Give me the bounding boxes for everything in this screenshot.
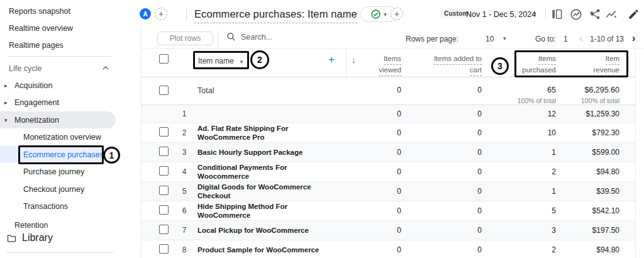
items-viewed-cell: 0 bbox=[346, 245, 401, 254]
column-header-items-viewed[interactable]: Items viewed bbox=[379, 53, 401, 76]
sidebar-item-checkout-journey[interactable]: Checkout journey bbox=[0, 181, 132, 198]
edit-pencil-icon[interactable] bbox=[628, 8, 640, 20]
row-index: 6 bbox=[176, 206, 192, 215]
column-header-items-added-to-cart[interactable]: Items added to cart bbox=[434, 53, 482, 76]
next-page-icon[interactable]: › bbox=[632, 33, 635, 44]
items-viewed-cell: 0 bbox=[346, 167, 401, 176]
items-viewed-cell: 0 bbox=[346, 187, 401, 196]
dimension-header-dropdown[interactable]: Item name▾ bbox=[198, 57, 243, 65]
sidebar-item-ecommerce-purchases[interactable]: Ecommerce purchases bbox=[0, 146, 132, 163]
caret-down-icon[interactable]: ▾ bbox=[503, 35, 506, 42]
caret-down-icon[interactable]: ▾ bbox=[533, 11, 536, 17]
rows-per-page-value[interactable]: 10 bbox=[486, 35, 494, 43]
sidebar-item-purchase-journey[interactable]: Purchase journey bbox=[0, 163, 132, 180]
table-row[interactable]: 5 Digital Goods for WooCommerce Checkout… bbox=[142, 182, 635, 201]
item-revenue-cell: $39.50 bbox=[556, 187, 619, 196]
sidebar-item-transactions[interactable]: Transactions bbox=[0, 198, 132, 215]
row-index: 2 bbox=[176, 128, 192, 137]
total-label: Total bbox=[192, 77, 346, 95]
toolbar-divider bbox=[218, 30, 218, 48]
item-revenue-cell: $599.00 bbox=[556, 148, 619, 157]
sidebar-item-library[interactable]: Library bbox=[0, 229, 132, 247]
row-index: 3 bbox=[176, 148, 192, 157]
table-row[interactable]: 1 0 0 12 $1,259.30 bbox=[142, 105, 635, 123]
table-right-edge bbox=[635, 49, 636, 258]
sidebar-item-monetization[interactable]: ▾ Monetization bbox=[0, 111, 132, 128]
row-checkbox[interactable] bbox=[159, 127, 169, 137]
insights-circle-icon[interactable] bbox=[570, 8, 582, 21]
item-name-cell: Product Sample for WooCommerce bbox=[192, 245, 346, 254]
item-name-cell: Digital Goods for WooCommerce Checkout bbox=[192, 182, 346, 200]
insights-sparkline-icon[interactable] bbox=[605, 8, 618, 21]
report-nav-sidebar: Reports snapshot Realtime overview Realt… bbox=[0, 0, 141, 258]
expand-right-icon: ▸ bbox=[4, 82, 8, 89]
row-checkbox[interactable] bbox=[159, 225, 169, 234]
sidebar-section-life-cycle[interactable]: Life cycle bbox=[0, 60, 132, 77]
row-index: 7 bbox=[176, 226, 192, 235]
sidebar-item-realtime-pages[interactable]: Realtime pages bbox=[0, 36, 132, 53]
sidebar-item-acquisition[interactable]: ▸ Acquisition bbox=[0, 77, 132, 94]
item-revenue-cell: $94.80 bbox=[556, 245, 619, 254]
table-row[interactable]: 6 Hide Shipping Method For WooCommerce 0… bbox=[142, 201, 635, 221]
column-header-item-revenue[interactable]: Item revenue bbox=[593, 53, 619, 76]
add-comparison-icon[interactable] bbox=[551, 8, 563, 20]
item-name-cell: Local Pickup for WooCommerce bbox=[192, 226, 346, 235]
table-toolbar bbox=[142, 28, 644, 49]
items-added-to-cart-cell: 0 bbox=[401, 187, 482, 196]
goto-page-value[interactable]: 1 bbox=[564, 35, 568, 43]
total-items-purchased: 65 100% of total bbox=[482, 77, 556, 104]
items-added-to-cart-cell: 0 bbox=[401, 148, 482, 157]
item-revenue-cell: $1,259.30 bbox=[556, 109, 619, 118]
column-header-items-purchased[interactable]: Items purchased bbox=[522, 53, 556, 76]
table-body: 1 0 0 12 $1,259.30 2 Ad. Flat Rate Shipp… bbox=[142, 105, 635, 258]
select-all-checkbox[interactable] bbox=[159, 54, 169, 64]
items-added-to-cart-cell: 0 bbox=[401, 245, 482, 254]
item-name-cell: Ad. Flat Rate Shipping For WooCommerce P… bbox=[192, 124, 346, 142]
table-row[interactable]: 7 Local Pickup for WooCommerce 0 0 3 $19… bbox=[142, 221, 635, 240]
items-added-to-cart-cell: 0 bbox=[401, 167, 482, 176]
items-viewed-cell: 0 bbox=[346, 109, 401, 118]
plus-icon: + bbox=[394, 9, 399, 19]
report-title[interactable]: Ecommerce purchases: Item name bbox=[194, 8, 357, 23]
items-purchased-cell: 5 bbox=[482, 206, 556, 215]
items-purchased-cell: 12 bbox=[482, 109, 556, 118]
pagination-info: 1-10 of 13 bbox=[590, 35, 624, 43]
header-divider bbox=[186, 8, 187, 21]
row-checkbox[interactable] bbox=[159, 147, 169, 156]
items-viewed-cell: 0 bbox=[346, 206, 401, 215]
add-metric-icon[interactable]: + bbox=[328, 53, 335, 66]
sidebar-item-realtime-overview[interactable]: Realtime overview bbox=[0, 20, 132, 36]
previous-page-icon[interactable]: ‹ bbox=[579, 33, 582, 44]
row-checkbox[interactable] bbox=[159, 244, 169, 254]
share-icon[interactable] bbox=[589, 8, 601, 20]
total-items-added-to-cart: 0 bbox=[401, 77, 482, 94]
sidebar-item-engagement[interactable]: ▸ Engagement bbox=[0, 94, 132, 111]
date-range-value[interactable]: Nov 1 - Dec 5, 2024 bbox=[466, 10, 536, 19]
total-item-revenue: $6,295.60 100% of total bbox=[556, 77, 619, 104]
check-circle-icon bbox=[371, 9, 380, 19]
sidebar-item-monetization-overview[interactable]: Monetization overview bbox=[0, 128, 132, 145]
items-viewed-cell: 0 bbox=[346, 148, 401, 157]
items-purchased-cell: 3 bbox=[482, 226, 556, 235]
header-divider bbox=[545, 8, 546, 20]
row-checkbox[interactable] bbox=[159, 166, 169, 176]
item-revenue-cell: $542.10 bbox=[556, 206, 619, 215]
add-avatar-button[interactable]: + bbox=[155, 8, 167, 20]
sidebar-item-reports-snapshot[interactable]: Reports snapshot bbox=[0, 3, 132, 20]
table-row[interactable]: 4 Conditional Payments For Woocommerce 0… bbox=[142, 162, 635, 182]
account-avatar[interactable]: A bbox=[140, 8, 151, 20]
table-total-row: Total 0 0 65 100% of total $6,295.60 100… bbox=[142, 77, 635, 105]
search-input[interactable] bbox=[241, 33, 354, 42]
add-report-button[interactable]: + bbox=[391, 8, 403, 20]
table-row[interactable]: 8 Product Sample for WooCommerce 0 0 2 $… bbox=[142, 240, 635, 258]
sort-descending-icon[interactable]: ↓ bbox=[352, 55, 356, 65]
items-purchased-cell: 1 bbox=[482, 187, 556, 196]
plot-rows-button[interactable]: Plot rows bbox=[157, 31, 213, 45]
row-checkbox[interactable] bbox=[159, 205, 169, 215]
items-added-to-cart-cell: 0 bbox=[401, 206, 482, 215]
total-checkbox[interactable] bbox=[159, 86, 169, 95]
items-added-to-cart-cell: 0 bbox=[401, 128, 482, 137]
table-row[interactable]: 3 Basic Hourly Support Package 0 0 1 $59… bbox=[142, 143, 635, 162]
table-row[interactable]: 2 Ad. Flat Rate Shipping For WooCommerce… bbox=[142, 123, 635, 143]
row-checkbox[interactable] bbox=[159, 186, 169, 195]
